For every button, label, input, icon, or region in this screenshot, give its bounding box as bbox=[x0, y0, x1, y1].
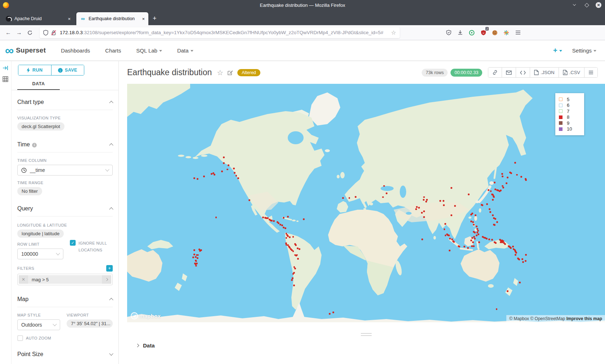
section-map[interactable]: Map bbox=[17, 296, 113, 302]
legend-row[interactable]: 8 bbox=[559, 114, 581, 120]
cookie-icon[interactable] bbox=[489, 28, 501, 38]
time-range-label: TIME RANGE bbox=[17, 181, 113, 185]
attribution-text[interactable]: © Mapbox © OpenStreetMap bbox=[509, 316, 565, 321]
legend-swatch-7 bbox=[559, 109, 563, 113]
chevron-up-icon bbox=[109, 143, 113, 147]
deckgl-scatterplot-map[interactable]: 5 6 7 8 9 10 mapbox © Mapbox © OpenStree… bbox=[127, 84, 605, 322]
reload-icon[interactable] bbox=[24, 30, 35, 35]
section-query[interactable]: Query bbox=[17, 205, 113, 212]
code-icon bbox=[520, 70, 526, 75]
downloads-icon[interactable] bbox=[454, 28, 466, 38]
nav-item-data[interactable]: Data bbox=[177, 47, 193, 54]
row-limit-select[interactable]: 100000 bbox=[17, 249, 63, 259]
legend-row[interactable]: 9 bbox=[559, 120, 581, 126]
firefox-icon bbox=[3, 2, 9, 8]
export-csv-button[interactable]: .CSV bbox=[559, 68, 584, 77]
bookmark-star-icon[interactable]: ☆ bbox=[391, 29, 396, 36]
section-point-size[interactable]: Point Size bbox=[17, 351, 113, 358]
chevron-up-icon bbox=[109, 101, 113, 105]
run-button[interactable]: RUN bbox=[18, 65, 51, 75]
more-options-button[interactable] bbox=[584, 68, 597, 77]
legend-row[interactable]: 10 bbox=[559, 126, 581, 132]
tab-earthquake-distribution[interactable]: ∞ Earthquake distribution × bbox=[76, 12, 148, 25]
filter-control: ✕ mag > 5 bbox=[17, 274, 113, 285]
add-filter-button[interactable]: + bbox=[106, 265, 113, 272]
lonlat-value[interactable]: longitude | latitude bbox=[17, 229, 64, 238]
section-time[interactable]: Timei bbox=[17, 141, 113, 148]
tab-close-icon[interactable]: × bbox=[68, 16, 71, 22]
time-column-select[interactable]: __time bbox=[17, 165, 113, 176]
mapbox-logo[interactable]: mapbox bbox=[131, 312, 161, 319]
nav-item-sql-lab[interactable]: SQL Lab bbox=[136, 47, 162, 54]
chevron-down-icon bbox=[593, 50, 596, 52]
resize-drag-handle[interactable] bbox=[361, 333, 372, 337]
altered-badge[interactable]: Altered bbox=[237, 69, 260, 76]
chevron-up-icon bbox=[109, 207, 113, 211]
save-button[interactable]: ↓ SAVE bbox=[51, 65, 84, 75]
close-icon[interactable]: ✕ bbox=[596, 2, 601, 8]
copy-link-button[interactable] bbox=[488, 68, 502, 77]
email-button[interactable] bbox=[502, 68, 516, 77]
superset-logo[interactable]: ∞ Superset bbox=[5, 45, 46, 56]
tab-label: Apache Druid bbox=[14, 16, 66, 21]
maximize-icon[interactable] bbox=[583, 2, 590, 8]
browser-toolbar: ← → 172.18.0.3:32108/superset/explore/?f… bbox=[0, 25, 605, 40]
data-panel-toggle[interactable]: Data bbox=[136, 342, 155, 349]
expand-filter-icon[interactable] bbox=[102, 275, 111, 284]
viz-type-value[interactable]: deck.gl Scatterplot bbox=[17, 122, 64, 131]
tab-close-icon[interactable]: × bbox=[142, 16, 145, 22]
chevron-up-icon bbox=[109, 298, 113, 302]
favorite-star-icon[interactable]: ☆ bbox=[217, 68, 223, 77]
datasource-grid-icon[interactable] bbox=[3, 76, 9, 83]
settings-menu[interactable]: Settings bbox=[572, 47, 596, 54]
nav-item-dashboards[interactable]: Dashboards bbox=[61, 47, 90, 54]
export-json-button[interactable]: .JSON bbox=[530, 68, 558, 77]
pocket-shield-icon[interactable] bbox=[443, 28, 454, 38]
map-legend: 5 6 7 8 9 10 bbox=[555, 93, 584, 135]
new-tab-button[interactable]: + bbox=[153, 15, 157, 22]
add-new-button[interactable]: + bbox=[553, 46, 562, 55]
page-title: Earthquake distribution bbox=[127, 68, 212, 77]
auto-zoom-checkbox-row[interactable]: AUTO ZOOM bbox=[17, 335, 113, 341]
nav-item-charts[interactable]: Charts bbox=[105, 47, 121, 54]
tab-data[interactable]: DATA bbox=[17, 81, 60, 90]
section-chart-type[interactable]: Chart type bbox=[17, 99, 113, 105]
row-limit-label: ROW LIMIT bbox=[17, 242, 63, 246]
url-bar[interactable]: 172.18.0.3:32108/superset/explore/?form_… bbox=[40, 27, 400, 38]
svg-text:u: u bbox=[483, 31, 484, 35]
time-range-value[interactable]: No filter bbox=[17, 187, 42, 195]
remove-filter-icon[interactable]: ✕ bbox=[19, 275, 28, 284]
insecure-lock-icon[interactable] bbox=[51, 30, 56, 36]
minimize-icon[interactable] bbox=[571, 2, 578, 8]
shield-icon[interactable] bbox=[43, 30, 48, 36]
back-icon[interactable]: ← bbox=[3, 29, 14, 36]
bolt-icon bbox=[27, 68, 30, 73]
map-style-label: MAP STYLE bbox=[17, 313, 60, 317]
expand-panel-icon[interactable] bbox=[3, 65, 9, 72]
legend-row[interactable]: 7 bbox=[559, 108, 581, 114]
legend-swatch-5 bbox=[559, 97, 563, 101]
row-count-badge: 73k rows bbox=[422, 69, 448, 77]
embed-code-button[interactable] bbox=[516, 68, 530, 77]
ublock-shield-icon[interactable]: u 2 bbox=[478, 28, 489, 38]
legend-row[interactable]: 6 bbox=[559, 103, 581, 109]
forward-icon[interactable]: → bbox=[14, 29, 24, 36]
chart-actions-group: .JSON .CSV bbox=[488, 67, 598, 78]
window-titlebar: Earthquake distribution — Mozilla Firefo… bbox=[0, 0, 605, 10]
chevron-down-icon bbox=[56, 251, 60, 255]
improve-map-link[interactable]: Improve this map bbox=[566, 316, 602, 321]
chevron-down-icon bbox=[191, 50, 193, 52]
url-text[interactable]: 172.18.0.3:32108/superset/explore/?form_… bbox=[60, 30, 389, 35]
map-style-select[interactable]: Outdoors bbox=[17, 319, 60, 330]
edit-properties-icon[interactable] bbox=[228, 70, 233, 75]
filter-value[interactable]: mag > 5 bbox=[28, 277, 102, 282]
menu-icon[interactable] bbox=[512, 28, 524, 38]
checkbox-checked-icon[interactable]: ✓ bbox=[70, 240, 76, 246]
tab-apache-druid[interactable]: Apache Druid × bbox=[2, 12, 74, 25]
checkbox-unchecked-icon[interactable] bbox=[17, 335, 23, 341]
extension-green-icon[interactable] bbox=[466, 28, 478, 38]
viewport-value[interactable]: 7° 35' 54.02" | 31... bbox=[67, 319, 113, 328]
legend-row[interactable]: 5 bbox=[559, 96, 581, 103]
ignore-null-checkbox-row[interactable]: ✓ IGNORE NULLLOCATIONS bbox=[70, 240, 113, 253]
multi-account-icon[interactable] bbox=[501, 28, 512, 38]
